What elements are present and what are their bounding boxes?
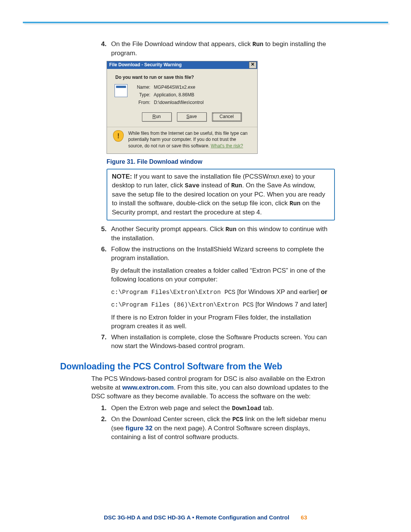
shield-icon: ! (113, 130, 124, 142)
footer-text: DSC 3G-HD A and DSC HD-3G A • Remote Con… (104, 514, 289, 521)
step-4: 4. On the File Download window that appe… (91, 40, 335, 58)
file-icon (115, 84, 127, 97)
btn-label: ave (190, 114, 197, 119)
t: instead of (199, 182, 231, 189)
path: c:\Program Files (86)\Extron\Extron PCS (111, 302, 253, 308)
page-number: 63 (301, 514, 307, 521)
step-number: 6. (91, 245, 111, 331)
dialog-run-button[interactable]: Run (142, 112, 172, 121)
figure-xref[interactable]: figure 32 (126, 425, 153, 432)
step-number: 5. (91, 225, 111, 243)
text: By default the installation creates a fo… (111, 267, 335, 284)
run-literal: Run (252, 41, 263, 48)
or: or (321, 288, 327, 296)
note-box: NOTE: If you want to save the installati… (107, 169, 335, 220)
whats-the-risk-link[interactable]: What's the risk? (211, 143, 243, 149)
page-content: 4. On the File Download window that appe… (61, 40, 335, 444)
value-from: D:\download\files\control (154, 100, 204, 105)
dialog-close-button[interactable]: ✕ (249, 62, 256, 69)
figure-caption: Figure 31. File Download window (107, 158, 335, 166)
text: Another Security prompt appears. Click (111, 225, 225, 233)
label-type: Type: (135, 92, 150, 98)
run-literal: Run (225, 226, 236, 233)
step-5: 5. Another Security prompt appears. Clic… (91, 225, 335, 243)
download-literal: Download (232, 405, 261, 412)
text: [for Windows XP and earlier] (235, 288, 321, 296)
save-literal: Save (185, 182, 199, 189)
web-step-2: 2. On the Download Center screen, click … (91, 415, 335, 441)
value-type: Application, 8.86MB (154, 92, 194, 97)
dialog-title-text: File Download - Security Warning (109, 62, 182, 68)
step-6: 6. Follow the instructions on the Instal… (91, 245, 335, 331)
text: If there is no Extron folder in your Pro… (111, 313, 335, 331)
path-line: c:\Program Files (86)\Extron\Extron PCS … (111, 300, 335, 310)
file-download-dialog: File Download - Security Warning ✕ Do yo… (107, 61, 258, 154)
text: On the Download Center screen, click the (111, 415, 232, 423)
page-top-rule (23, 22, 388, 23)
text: On the File Download window that appears… (111, 40, 252, 48)
step-7: 7. When installation is complete, close … (91, 333, 335, 351)
step-body: Follow the instructions on the InstallSh… (111, 245, 335, 331)
dialog-separator (107, 127, 257, 127)
dialog-warning: ! While files from the Internet can be u… (112, 130, 252, 149)
step-body: On the Download Center screen, click the… (111, 415, 335, 441)
step-number: 7. (91, 333, 111, 351)
t: n (276, 173, 279, 180)
step-body: When installation is complete, close the… (111, 333, 335, 351)
dialog-body: Do you want to run or save this file? Na… (107, 69, 257, 153)
section-intro: The PCS Windows-based control program fo… (91, 375, 335, 401)
extron-url[interactable]: www.extron.com (122, 384, 174, 391)
text: Open the Extron web page and select the (111, 404, 232, 412)
dialog-info-table: Name: MGP464SW1x2.exe Type: Application,… (135, 84, 204, 107)
t: x (272, 173, 276, 180)
text: Follow the instructions on the InstallSh… (111, 245, 335, 263)
note-label: NOTE: (112, 173, 132, 180)
dialog-warning-text: While files from the Internet can be use… (128, 130, 250, 149)
path-line: c:\Program Files\Extron\Extron PCS [for … (111, 288, 335, 297)
dialog-info-row: Name: MGP464SW1x2.exe Type: Application,… (112, 84, 252, 107)
t: If you want to save the installation fil… (132, 173, 269, 180)
page-footer: DSC 3G-HD A and DSC HD-3G A • Remote Con… (0, 514, 411, 521)
step-number: 2. (91, 415, 111, 441)
dialog-save-button[interactable]: Save (177, 112, 207, 121)
dialog-cancel-button[interactable]: Cancel (212, 112, 242, 121)
section-heading: Downloading the PCS Control Software fro… (60, 361, 335, 372)
close-icon: ✕ (251, 62, 255, 67)
dialog-buttons: Run Save Cancel (131, 112, 252, 121)
step-body: Open the Extron web page and select the … (111, 404, 335, 413)
label-name: Name: (135, 84, 150, 90)
web-step-1: 1. Open the Extron web page and select t… (91, 404, 335, 413)
btn-label: un (156, 114, 161, 119)
run-literal: Run (231, 182, 242, 189)
pcs-literal: PCS (232, 416, 243, 423)
run-literal: Run (290, 200, 301, 207)
text: [for Windows 7 and later] (253, 301, 327, 308)
path: c:\Program Files\Extron\Extron PCS (111, 289, 235, 296)
step-number: 1. (91, 404, 111, 413)
step-body: On the File Download window that appears… (111, 40, 335, 58)
label-from: From: (135, 99, 150, 105)
dialog-titlebar: File Download - Security Warning ✕ (107, 61, 257, 69)
step-body: Another Security prompt appears. Click R… (111, 225, 335, 243)
dialog-question: Do you want to run or save this file? (115, 74, 252, 80)
text: tab. (261, 404, 274, 412)
t: n (269, 173, 272, 180)
value-name: MGP464SW1x2.exe (154, 85, 195, 90)
step-number: 4. (91, 40, 111, 58)
